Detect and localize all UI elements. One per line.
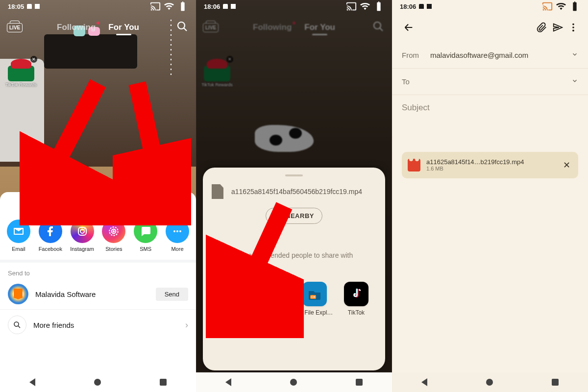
home-button[interactable]: [486, 379, 493, 386]
svg-point-7: [173, 230, 175, 232]
send-button[interactable]: [550, 20, 565, 35]
share-email[interactable]: Email: [4, 220, 33, 252]
screenshot-android-share: LIVE Following For You ✕ TikTok Rewards …: [196, 0, 392, 392]
recents-button[interactable]: [552, 379, 559, 386]
back-button[interactable]: [401, 20, 416, 35]
share-instagram[interactable]: Instagram: [68, 220, 97, 252]
share-app-trello[interactable]: Trello Add to new c…: [254, 282, 293, 325]
search-icon[interactable]: [176, 21, 188, 34]
chevron-right-icon: ›: [185, 320, 188, 330]
file-icon: [212, 184, 223, 199]
email-icon: [13, 225, 24, 237]
share-sms[interactable]: SMS: [131, 220, 160, 252]
share-app-grid: Gmail Trello Add to new c… CX Cx File Ex…: [212, 282, 376, 325]
folder-icon: CX: [307, 287, 322, 301]
svg-point-14: [374, 22, 381, 29]
tab-following: Following: [253, 23, 292, 32]
contact-row[interactable]: Malavida Software Send: [0, 279, 196, 309]
more-friends-row[interactable]: More friends ›: [0, 309, 196, 340]
back-button[interactable]: [421, 378, 427, 386]
share-app-cxfile[interactable]: CX Cx File Explo…: [295, 282, 334, 325]
subject-row[interactable]: Subject: [392, 95, 588, 121]
instagram-icon: [76, 225, 88, 237]
share-app-tiktok[interactable]: TikTok: [337, 282, 375, 325]
tab-for-you[interactable]: For You: [108, 23, 139, 32]
share-stories[interactable]: Stories: [99, 220, 128, 252]
recents-button[interactable]: [160, 379, 167, 386]
clock: 18:06: [204, 3, 220, 10]
tab-for-you: For You: [304, 23, 335, 32]
cast-icon: [150, 1, 161, 12]
from-row[interactable]: From malavidasoftware@gmail.com: [392, 42, 588, 69]
home-button[interactable]: [94, 379, 101, 386]
chevron-down-icon[interactable]: [571, 76, 578, 87]
svg-point-22: [572, 26, 574, 28]
overflow-menu-button[interactable]: [565, 20, 581, 35]
attachment-name: a11625a8145f14…b219fcc19.mp4: [426, 158, 524, 166]
search-icon: [372, 21, 384, 34]
more-icon: [172, 225, 183, 237]
live-button[interactable]: LIVE: [7, 23, 23, 32]
live-button: LIVE: [203, 23, 219, 32]
contact-avatar: [8, 284, 28, 304]
chevron-down-icon[interactable]: [571, 50, 578, 60]
nearby-button[interactable]: NEARBY: [266, 208, 322, 224]
battery-icon: [569, 1, 580, 12]
tiktok-rewards-promo[interactable]: ✕ TikTok Rewards: [4, 59, 38, 87]
recents-button[interactable]: [356, 379, 363, 386]
svg-rect-16: [269, 289, 272, 299]
tiktok-icon: [349, 287, 363, 301]
drag-handle[interactable]: [285, 174, 303, 176]
battery-icon: [373, 1, 384, 12]
back-button[interactable]: [225, 378, 231, 386]
svg-line-15: [380, 28, 383, 31]
svg-point-8: [176, 230, 178, 232]
share-sheet: Share to Email Facebook Instagram Storie…: [0, 192, 196, 372]
to-row[interactable]: To: [392, 69, 588, 95]
send-to-label: Send to: [0, 268, 196, 279]
android-nav-bar: [196, 372, 392, 392]
attachment-size: 1.6 MB: [426, 166, 524, 172]
contact-name: Malavida Software: [35, 290, 96, 298]
drag-handle[interactable]: [88, 196, 108, 198]
attachment-chip[interactable]: a11625a8145f14…b219fcc19.mp4 1.6 MB ✕: [402, 152, 578, 178]
tab-following[interactable]: Following: [57, 23, 96, 32]
send-button[interactable]: Send: [156, 288, 188, 301]
clock: 18:06: [400, 3, 416, 10]
screenshot-tiktok-share: 18:05 LIVE Following For You ✕ TikTok Re…: [0, 0, 196, 392]
recommend-text: No recommended people to share with: [212, 251, 376, 259]
wifi-icon: [360, 1, 370, 12]
wifi-icon: [164, 1, 174, 12]
notif-icon: [27, 4, 32, 9]
share-more[interactable]: More: [163, 220, 192, 252]
svg-point-23: [572, 30, 574, 32]
remove-attachment-button[interactable]: ✕: [560, 158, 573, 172]
android-nav-bar: [0, 372, 196, 392]
share-filename: a11625a8145f14baf560456b219fcc19.mp4: [231, 188, 362, 196]
share-facebook[interactable]: Facebook: [36, 220, 65, 252]
notif-icon: [35, 4, 40, 9]
gift-icon: [8, 59, 34, 81]
attach-button[interactable]: [534, 20, 550, 35]
share-file-row: a11625a8145f14baf560456b219fcc19.mp4: [212, 184, 376, 199]
gmail-icon: [223, 288, 240, 300]
video-file-icon: [408, 159, 420, 172]
system-share-sheet: a11625a8145f14baf560456b219fcc19.mp4 NEA…: [203, 168, 385, 370]
to-label: To: [402, 77, 430, 86]
svg-point-21: [572, 24, 574, 25]
cast-icon: [542, 1, 553, 12]
home-button[interactable]: [290, 379, 297, 386]
status-bar: 18:06: [196, 0, 392, 13]
back-button[interactable]: [29, 378, 35, 386]
svg-point-9: [179, 230, 181, 232]
svg-point-0: [178, 22, 185, 29]
trello-icon: [266, 287, 281, 301]
subject-placeholder: Subject: [402, 103, 430, 113]
gmail-compose-header: [392, 15, 588, 40]
share-apps-row: Email Facebook Instagram Stories SMS Mor…: [0, 220, 196, 252]
from-label: From: [402, 51, 430, 59]
share-app-gmail[interactable]: Gmail: [213, 282, 251, 325]
svg-text:CX: CX: [311, 295, 315, 298]
gmail-compose-body: From malavidasoftware@gmail.com To Subje…: [392, 42, 588, 372]
stories-icon: [107, 225, 120, 238]
